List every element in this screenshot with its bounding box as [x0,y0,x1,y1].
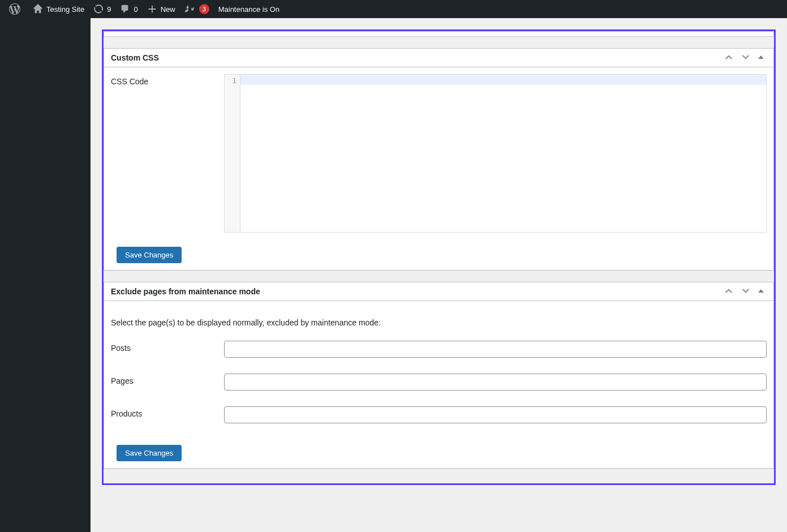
comments-menu[interactable]: 0 [115,0,142,18]
wp-logo-menu[interactable] [5,0,28,18]
admin-sidebar [0,18,91,532]
panel-handle-actions [720,50,773,66]
custom-css-title: Custom CSS [104,49,166,67]
custom-css-body: CSS Code 1 [104,67,773,270]
css-code-textarea[interactable] [240,75,766,232]
exclude-description: Select the page(s) to be displayed norma… [111,318,767,327]
chevron-up-icon [724,286,734,296]
move-up-button[interactable] [720,284,737,300]
toggle-panel-button[interactable] [754,52,768,65]
megaphone-icon [184,4,195,14]
toggle-panel-button[interactable] [754,285,768,298]
exclude-pages-header: Exclude pages from maintenance mode [104,282,773,301]
previous-panel-peek [104,31,774,37]
panel-handle-actions [720,284,773,300]
plugin-notif-menu[interactable]: 3 [180,0,214,18]
triangle-up-icon [758,54,764,61]
wordpress-icon [9,3,20,15]
save-changes-button[interactable]: Save Changes [117,247,182,263]
site-title: Testing Site [46,5,84,14]
css-code-editor: 1 [224,74,767,233]
posts-label: Posts [111,341,224,353]
new-label: New [161,5,175,14]
save-changes-button[interactable]: Save Changes [117,445,182,461]
comments-count: 0 [134,5,137,14]
admin-bar: Testing Site 9 0 New 3 Maintenance is On [0,0,787,18]
custom-css-panel: Custom CSS CSS [104,48,774,271]
highlighted-region: Custom CSS CSS [102,29,776,485]
code-gutter: 1 [225,75,240,232]
site-name-menu[interactable]: Testing Site [28,0,89,18]
maintenance-status[interactable]: Maintenance is On [214,0,284,18]
css-code-label: CSS Code [111,74,224,86]
chevron-down-icon [741,52,751,62]
custom-css-header: Custom CSS [104,49,773,67]
maintenance-label: Maintenance is On [218,5,279,14]
pages-label: Pages [111,374,224,385]
code-lines [240,75,766,232]
products-input[interactable] [224,406,767,423]
move-down-button[interactable] [737,50,754,66]
comment-icon [120,4,130,14]
posts-input[interactable] [224,341,767,358]
move-down-button[interactable] [737,284,754,300]
updates-count: 9 [107,5,111,14]
products-label: Products [111,406,224,418]
chevron-down-icon [741,286,751,296]
update-icon [93,4,104,14]
exclude-pages-panel: Exclude pages from maintenance mode [104,282,774,469]
exclude-pages-title: Exclude pages from maintenance mode [104,282,267,301]
plus-icon [147,4,157,14]
notif-badge: 3 [199,4,209,14]
chevron-up-icon [724,52,734,62]
line-number: 1 [225,76,236,85]
pages-input[interactable] [224,374,767,391]
exclude-pages-body: Select the page(s) to be displayed norma… [104,301,773,468]
home-icon [33,4,43,14]
content-area: Custom CSS CSS [91,18,787,532]
move-up-button[interactable] [720,50,737,66]
updates-menu[interactable]: 9 [89,0,115,18]
triangle-up-icon [758,288,764,294]
new-content-menu[interactable]: New [143,0,180,18]
